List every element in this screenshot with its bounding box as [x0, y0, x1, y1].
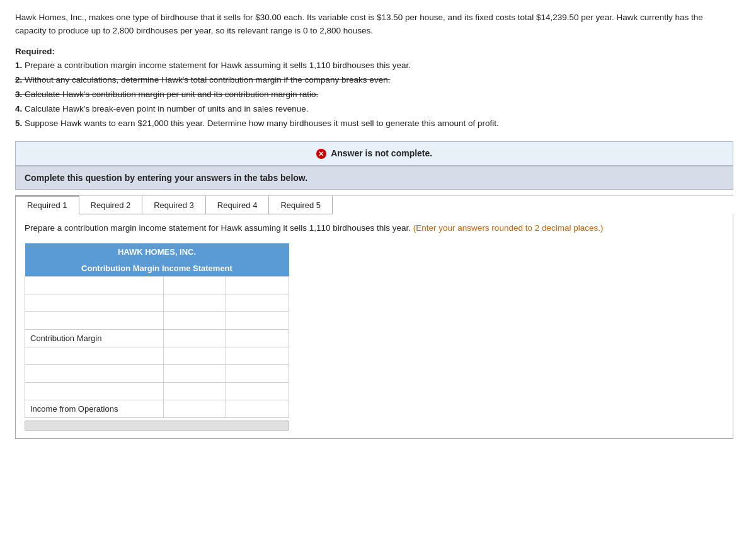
contribution-margin-value2[interactable]: [226, 330, 289, 347]
row5-value2[interactable]: [226, 347, 289, 365]
row5-value1[interactable]: [163, 347, 226, 365]
table-scrollbar[interactable]: [25, 421, 289, 431]
tab-required-5[interactable]: Required 5: [269, 195, 333, 214]
required-item-1: 1. Prepare a contribution margin income …: [15, 59, 741, 73]
tab-content-area: Prepare a contribution margin income sta…: [15, 214, 733, 439]
company-name: HAWK HOMES, INC.: [25, 243, 289, 260]
income-statement-table: HAWK HOMES, INC. Contribution Margin Inc…: [25, 243, 289, 418]
row7-label: [25, 383, 164, 400]
tabs-container: Required 1 Required 2 Required 3 Require…: [15, 195, 733, 439]
tab-required-2[interactable]: Required 2: [79, 195, 143, 214]
row5-label: [25, 347, 164, 365]
table-row: [25, 383, 289, 400]
row3-value1[interactable]: [163, 312, 226, 330]
complete-instruction-text: Complete this question by entering your …: [25, 173, 724, 183]
income-operations-label: Income from Operations: [25, 400, 164, 418]
error-icon: ✕: [316, 149, 326, 159]
row6-label: [25, 365, 164, 383]
table-row: [25, 347, 289, 365]
income-operations-value2[interactable]: [226, 400, 289, 418]
row2-value2[interactable]: [226, 294, 289, 312]
answer-status-text: ✕ Answer is not complete.: [316, 148, 432, 158]
contribution-margin-value1[interactable]: [163, 330, 226, 347]
table-row: [25, 277, 289, 294]
required-item-3: 3. Calculate Hawk's contribution margin …: [15, 88, 741, 102]
table-row: Contribution Margin: [25, 330, 289, 347]
tabs-row: Required 1 Required 2 Required 3 Require…: [15, 195, 733, 214]
row1-label: [25, 277, 164, 294]
tab-required-4[interactable]: Required 4: [206, 195, 270, 214]
required-heading: Required:: [15, 47, 741, 56]
intro-paragraph: Hawk Homes, Inc., makes one type of bird…: [15, 11, 733, 38]
table-row: [25, 365, 289, 383]
row2-value1[interactable]: [163, 294, 226, 312]
tab-required-1[interactable]: Required 1: [16, 195, 79, 214]
row6-value1[interactable]: [163, 365, 226, 383]
income-operations-value1[interactable]: [163, 400, 226, 418]
complete-instruction-box: Complete this question by entering your …: [15, 166, 733, 190]
row1-value1[interactable]: [163, 277, 226, 294]
required-item-5: 5. Suppose Hawk wants to earn $21,000 th…: [15, 117, 741, 131]
row1-value2[interactable]: [226, 277, 289, 294]
table-row: [25, 294, 289, 312]
contribution-margin-label: Contribution Margin: [25, 330, 164, 347]
required-item-2: 2. Without any calculations, determine H…: [15, 73, 741, 88]
tab-instruction: Prepare a contribution margin income sta…: [25, 222, 724, 235]
required-list: 1. Prepare a contribution margin income …: [15, 59, 741, 131]
required-item-4: 4. Calculate Hawk's break-even point in …: [15, 102, 741, 117]
statement-title: Contribution Margin Income Statement: [25, 260, 289, 277]
row2-label: [25, 294, 164, 312]
row7-value2[interactable]: [226, 383, 289, 400]
row3-label: [25, 312, 164, 330]
row6-value2[interactable]: [226, 365, 289, 383]
answer-status-box: ✕ Answer is not complete.: [15, 141, 733, 166]
tab-required-3[interactable]: Required 3: [142, 195, 206, 214]
row3-value2[interactable]: [226, 312, 289, 330]
table-row: Income from Operations: [25, 400, 289, 418]
table-row: [25, 312, 289, 330]
row7-value1[interactable]: [163, 383, 226, 400]
